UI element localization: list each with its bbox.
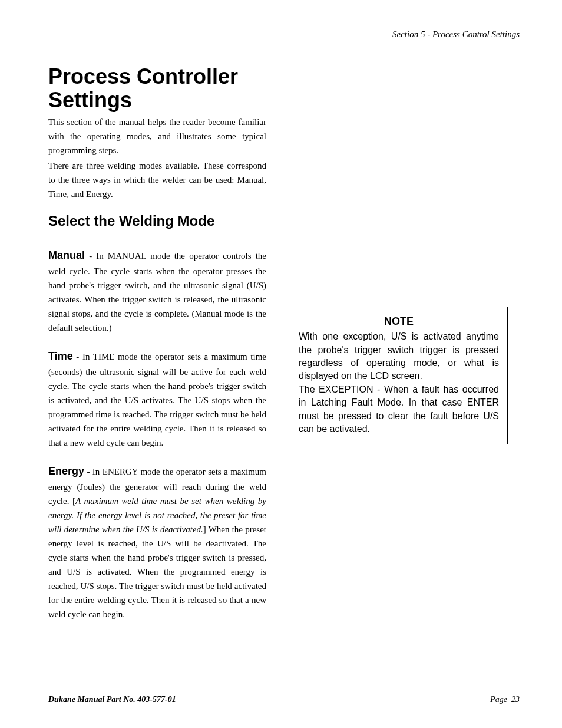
note-title: NOTE — [299, 314, 499, 329]
left-column: Process Controller Settings This section… — [48, 65, 278, 634]
intro-paragraph-2: There are three welding modes available.… — [48, 159, 266, 201]
running-header: Section 5 - Process Control Settings — [48, 29, 520, 42]
mode-time-label: Time — [48, 350, 73, 362]
mode-manual-block: Manual - In MANUAL mode the operator con… — [48, 247, 266, 335]
mode-energy-post: ] When the preset energy level is reache… — [48, 525, 266, 619]
note-paragraph-2: The EXCEPTION - When a fault has occurre… — [299, 383, 499, 436]
mode-manual-text: - In MANUAL mode the operator controls t… — [48, 251, 266, 332]
subheading-select-mode: Select the Welding Mode — [48, 213, 266, 229]
mode-manual-label: Manual — [48, 249, 85, 261]
intro-paragraph-1: This section of the manual helps the rea… — [48, 115, 266, 157]
section-label: Section 5 - Process Control Settings — [392, 29, 520, 39]
right-column: NOTE With one exception, U/S is activate… — [278, 65, 508, 634]
content-columns: Process Controller Settings This section… — [48, 65, 520, 634]
mode-energy-label: Energy — [48, 465, 84, 477]
page-title: Process Controller Settings — [48, 65, 266, 111]
mode-time-text: - In TIME mode the operator sets a maxim… — [48, 352, 266, 447]
note-paragraph-1: With one exception, U/S is activated any… — [299, 330, 499, 383]
footer-page-label: Page — [490, 695, 507, 704]
footer-page-number: 23 — [511, 695, 520, 704]
footer-manual-part: Dukane Manual Part No. 403-577-01 — [48, 695, 176, 704]
mode-time-block: Time - In TIME mode the operator sets a … — [48, 348, 266, 450]
page-footer: Dukane Manual Part No. 403-577-01 Page 2… — [48, 691, 520, 704]
footer-page: Page 23 — [490, 695, 520, 704]
mode-energy-block: Energy - In ENERGY mode the operator set… — [48, 463, 266, 621]
note-box: NOTE With one exception, U/S is activate… — [290, 307, 508, 444]
